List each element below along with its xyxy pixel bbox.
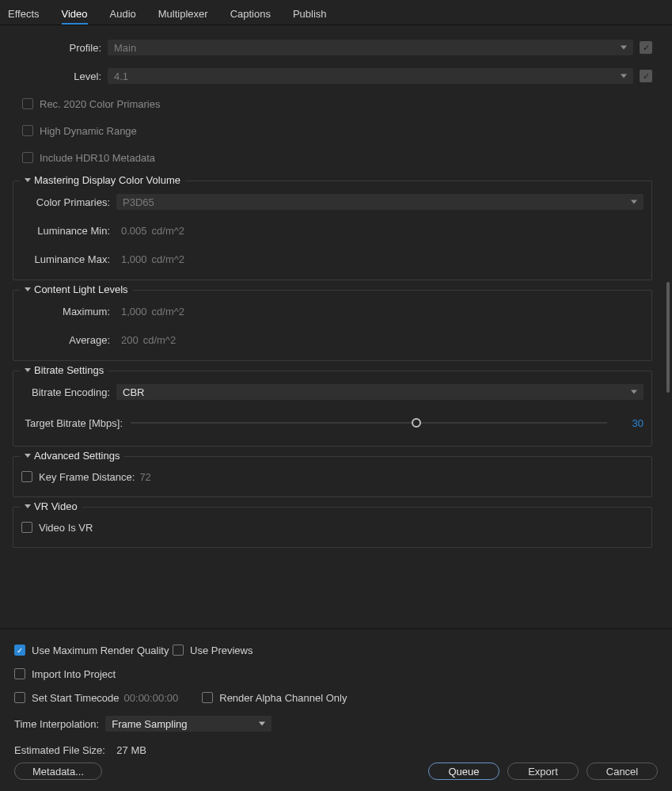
bitrate-encoding-value: CBR	[123, 386, 144, 398]
fieldset-mdcv: Mastering Display Color Volume Color Pri…	[13, 181, 652, 280]
queue-button[interactable]: Queue	[428, 762, 499, 780]
tab-audio[interactable]: Audio	[110, 8, 136, 25]
profile-value: Main	[114, 42, 136, 54]
export-button[interactable]: Export	[507, 762, 579, 780]
import-project-checkbox[interactable]	[14, 668, 25, 679]
hdr10-label: Include HDR10 Metadata	[40, 152, 155, 164]
use-previews-checkbox[interactable]	[173, 645, 184, 656]
tab-publish[interactable]: Publish	[293, 8, 327, 25]
rec2020-label: Rec. 2020 Color Primaries	[40, 98, 160, 110]
chevron-down-icon	[25, 454, 31, 458]
tab-video[interactable]: Video	[62, 8, 88, 25]
cll-avg-label: Average:	[21, 334, 116, 346]
advanced-title: Advanced Settings	[34, 450, 120, 462]
kfd-value[interactable]: 72	[135, 471, 150, 483]
kfd-label: Key Frame Distance:	[39, 471, 135, 483]
hdr10-checkbox[interactable]	[22, 152, 33, 163]
max-quality-checkbox[interactable]: ✓	[14, 645, 25, 656]
profile-lock-checkbox[interactable]: ✓	[640, 41, 652, 54]
legend-vr[interactable]: VR Video	[20, 500, 82, 512]
mdcv-lmax-unit: cd/m^2	[147, 253, 185, 265]
fieldset-vr: VR Video Video Is VR	[13, 507, 652, 548]
time-interp-label: Time Interpolation:	[14, 718, 105, 730]
target-bitrate-value[interactable]: 30	[607, 417, 644, 429]
timecode-value[interactable]: 00:00:00:00	[120, 692, 203, 704]
est-size-label: Estimated File Size:	[14, 744, 105, 756]
set-timecode-checkbox[interactable]	[14, 692, 25, 703]
bitrate-encoding-select[interactable]: CBR	[116, 384, 644, 400]
cancel-button[interactable]: Cancel	[587, 762, 658, 780]
profile-label: Profile:	[13, 42, 108, 54]
mdcv-lmin-label: Luminance Min:	[21, 225, 116, 237]
fieldset-cll: Content Light Levels Maximum: 1,000 cd/m…	[13, 290, 652, 361]
tab-multiplexer[interactable]: Multiplexer	[158, 8, 208, 25]
mdcv-lmax-label: Luminance Max:	[21, 253, 116, 265]
scrollbar-thumb[interactable]	[666, 282, 670, 393]
cll-avg-value[interactable]: 200	[116, 334, 139, 346]
mdcv-primaries-select[interactable]: P3D65	[116, 194, 644, 210]
chevron-down-icon	[25, 368, 31, 372]
cll-avg-unit: cd/m^2	[139, 334, 177, 346]
kfd-checkbox[interactable]	[21, 471, 32, 482]
legend-advanced[interactable]: Advanced Settings	[20, 450, 124, 462]
bitrate-title: Bitrate Settings	[34, 364, 104, 376]
level-label: Level:	[13, 70, 108, 82]
metadata-button[interactable]: Metadata...	[14, 762, 102, 780]
bitrate-encoding-label: Bitrate Encoding:	[21, 386, 116, 398]
vr-checkbox[interactable]	[21, 522, 32, 533]
mdcv-lmin-value[interactable]: 0.005	[116, 225, 147, 237]
profile-select[interactable]: Main	[108, 40, 633, 55]
hdr-label: High Dynamic Range	[40, 125, 137, 137]
level-value: 4.1	[114, 70, 128, 82]
level-select[interactable]: 4.1	[108, 68, 633, 84]
target-bitrate-label: Target Bitrate [Mbps]:	[21, 417, 131, 429]
tab-bar: Effects Video Audio Multiplexer Captions…	[0, 0, 672, 25]
legend-bitrate[interactable]: Bitrate Settings	[20, 364, 108, 376]
chevron-down-icon	[25, 287, 31, 291]
tab-effects[interactable]: Effects	[8, 8, 40, 25]
import-project-label: Import Into Project	[32, 668, 116, 680]
fieldset-bitrate: Bitrate Settings Bitrate Encoding: CBR T…	[13, 371, 652, 447]
legend-cll[interactable]: Content Light Levels	[20, 283, 133, 295]
cll-title: Content Light Levels	[34, 283, 128, 295]
level-lock-checkbox[interactable]: ✓	[640, 70, 652, 82]
cll-max-label: Maximum:	[21, 306, 116, 318]
settings-scroll: Profile: Main ✓ Level: 4.1 ✓ Rec. 2020 C…	[0, 25, 665, 627]
slider-thumb[interactable]	[412, 418, 421, 428]
chevron-down-icon	[25, 178, 31, 182]
mdcv-title: Mastering Display Color Volume	[34, 174, 180, 186]
fieldset-advanced: Advanced Settings Key Frame Distance: 72	[13, 456, 652, 497]
est-size-value: 27 MB	[116, 744, 146, 756]
mdcv-lmin-unit: cd/m^2	[147, 225, 185, 237]
use-previews-label: Use Previews	[190, 645, 252, 656]
hdr-checkbox[interactable]	[22, 125, 33, 136]
vr-title: VR Video	[34, 500, 78, 512]
mdcv-primaries-value: P3D65	[123, 196, 154, 208]
mdcv-lmax-value[interactable]: 1,000	[116, 253, 147, 265]
time-interp-value: Frame Sampling	[112, 718, 187, 730]
max-quality-label: Use Maximum Render Quality	[32, 645, 169, 656]
action-buttons: Metadata... Queue Export Cancel	[0, 762, 672, 780]
set-timecode-label: Set Start Timecode	[32, 692, 120, 704]
render-alpha-checkbox[interactable]	[202, 692, 213, 703]
mdcv-primaries-label: Color Primaries:	[21, 196, 116, 208]
vr-label: Video Is VR	[39, 522, 93, 534]
target-bitrate-slider[interactable]	[131, 422, 607, 424]
render-alpha-label: Render Alpha Channel Only	[219, 692, 347, 704]
chevron-down-icon	[25, 504, 31, 508]
tab-captions[interactable]: Captions	[230, 8, 271, 25]
cll-max-unit: cd/m^2	[147, 306, 185, 318]
time-interp-select[interactable]: Frame Sampling	[105, 716, 271, 732]
scrollbar[interactable]	[666, 29, 670, 626]
legend-mdcv[interactable]: Mastering Display Color Volume	[20, 174, 185, 186]
footer: ✓ Use Maximum Render Quality Use Preview…	[0, 633, 672, 772]
cll-max-value[interactable]: 1,000	[116, 306, 147, 318]
rec2020-checkbox[interactable]	[22, 98, 33, 109]
separator	[0, 628, 672, 629]
